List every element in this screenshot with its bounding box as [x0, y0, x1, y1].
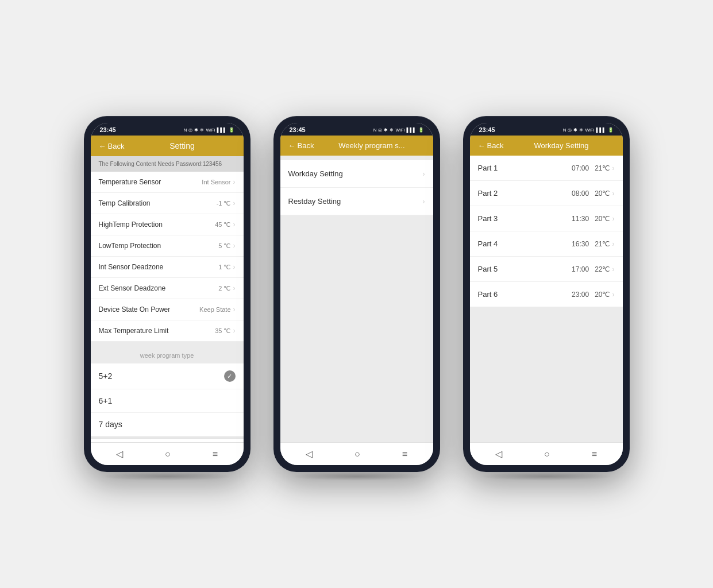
- week-option-label: 7 days: [99, 420, 122, 429]
- home-nav-icon-3[interactable]: ○: [538, 448, 556, 461]
- settings-item-value: 2 ℃ ›: [218, 284, 235, 292]
- settings-item-label: Temp Calibration: [99, 199, 151, 207]
- part-item[interactable]: Part 6 23:00 20℃ ›: [470, 282, 623, 307]
- top-bar-title-1: Setting: [129, 141, 235, 150]
- part-item[interactable]: Part 5 17:00 22℃ ›: [470, 257, 623, 282]
- back-button-1[interactable]: ← Back: [99, 142, 125, 150]
- part-item[interactable]: Part 3 11:30 20℃ ›: [470, 206, 623, 231]
- phone-2-screen: 23:45 N ◎ ✱ ❄ WiFi ▌▌▌ 🔋 ← Back Weekly p…: [280, 123, 433, 465]
- status-icons-2: N ◎ ✱ ❄ WiFi ▌▌▌ 🔋: [373, 127, 424, 133]
- chevron-right-icon: ›: [612, 240, 615, 248]
- settings-item-label: Max Temperature Limit: [99, 327, 169, 335]
- week-option[interactable]: 5+2 ✓: [91, 363, 244, 389]
- home-nav-icon-2[interactable]: ○: [349, 448, 366, 461]
- nav-bar-2: ◁ ○ ≡: [280, 442, 433, 465]
- week-option[interactable]: 6+1: [91, 389, 244, 413]
- status-bar-2: 23:45 N ◎ ✱ ❄ WiFi ▌▌▌ 🔋: [280, 123, 433, 136]
- settings-item[interactable]: Max Temperature Limit 35 ℃ ›: [91, 320, 244, 342]
- settings-item-value: -1 ℃ ›: [217, 199, 236, 207]
- week-option-label: 5+2: [99, 372, 113, 381]
- phone-2: 23:45 N ◎ ✱ ❄ WiFi ▌▌▌ 🔋 ← Back Weekly p…: [273, 116, 440, 472]
- settings-item-label: Device State On Power: [99, 305, 171, 314]
- part-value: 08:00 20℃ ›: [572, 189, 614, 198]
- part-item[interactable]: Part 2 08:00 20℃ ›: [470, 181, 623, 206]
- part-item[interactable]: Part 4 16:30 21℃ ›: [470, 231, 623, 257]
- menu-item-label: Workday Setting: [288, 169, 343, 178]
- menu-item-label: Restday Setting: [288, 197, 341, 206]
- settings-item-label: Temperature Sensor: [99, 178, 161, 186]
- back-nav-icon-3[interactable]: ◁: [490, 447, 508, 461]
- settings-item[interactable]: LowTemp Protection 5 ℃ ›: [91, 235, 244, 257]
- status-icons-1: N ◎ ✱ ❄ WiFi ▌▌▌ 🔋: [184, 127, 234, 133]
- part-label: Part 5: [478, 265, 498, 273]
- nav-bar-1: ◁ ○ ≡: [91, 442, 244, 465]
- status-time-1: 23:45: [100, 126, 116, 133]
- password-notice: The Following Content Needs Password:123…: [91, 156, 244, 172]
- settings-item-value: Int Sensor ›: [202, 178, 235, 186]
- settings-item[interactable]: Temperature Sensor Int Sensor ›: [91, 172, 244, 193]
- chevron-right-icon: ›: [612, 189, 615, 198]
- phones-container: 23:45 N ◎ ✱ ❄ WiFi ▌▌▌ 🔋 ← Back Setting: [84, 116, 630, 472]
- menu-nav-icon-1[interactable]: ≡: [207, 448, 223, 461]
- part-label: Part 1: [478, 164, 498, 172]
- part-value: 17:00 22℃ ›: [572, 265, 614, 273]
- gotowe-button[interactable]: Gotowe: [91, 438, 244, 442]
- settings-item-value: Keep State ›: [199, 305, 235, 314]
- nav-bar-3: ◁ ○ ≡: [470, 442, 623, 465]
- settings-item[interactable]: Ext Sensor Deadzone 2 ℃ ›: [91, 278, 244, 299]
- menu-nav-icon-2[interactable]: ≡: [396, 448, 413, 461]
- menu-item[interactable]: Workday Setting ›: [280, 160, 433, 188]
- settings-item-value: 1 ℃ ›: [218, 263, 235, 271]
- top-bar-1: ← Back Setting: [91, 136, 244, 156]
- top-bar-title-2: Weekly program s...: [318, 141, 425, 150]
- back-button-3[interactable]: ← Back: [478, 141, 504, 150]
- chevron-right-icon: ›: [612, 291, 615, 299]
- part-value: 16:30 21℃ ›: [572, 240, 614, 248]
- status-time-3: 23:45: [479, 126, 495, 133]
- menu-nav-icon-3[interactable]: ≡: [586, 448, 603, 461]
- settings-item[interactable]: Temp Calibration -1 ℃ ›: [91, 193, 244, 214]
- settings-item-label: HighTemp Protection: [99, 220, 163, 229]
- part-value: 11:30 20℃ ›: [572, 215, 614, 223]
- screen-content-3: Part 1 07:00 21℃ › Part 2 08:00 20℃ › Pa…: [470, 156, 623, 442]
- part-value: 07:00 21℃ ›: [572, 164, 614, 172]
- week-options: 5+2 ✓ 6+1 7 days: [91, 363, 244, 436]
- back-button-2[interactable]: ← Back: [288, 141, 314, 150]
- phone-1: 23:45 N ◎ ✱ ❄ WiFi ▌▌▌ 🔋 ← Back Setting: [84, 116, 250, 472]
- settings-item[interactable]: HighTemp Protection 45 ℃ ›: [91, 214, 244, 235]
- top-bar-3: ← Back Workday Setting: [470, 136, 623, 156]
- check-icon: ✓: [224, 370, 236, 382]
- settings-item-label: Int Sensor Deadzone: [99, 263, 164, 271]
- settings-item-value: 5 ℃ ›: [218, 242, 235, 250]
- chevron-right-icon: ›: [612, 215, 615, 223]
- settings-item-value: 35 ℃ ›: [215, 327, 235, 335]
- status-time-2: 23:45: [290, 126, 306, 133]
- screen-content-1: The Following Content Needs Password:123…: [91, 156, 244, 442]
- part-item[interactable]: Part 1 07:00 21℃ ›: [470, 156, 623, 181]
- menu-list: Workday Setting › Restday Setting ›: [280, 160, 433, 215]
- part-label: Part 4: [478, 239, 498, 248]
- back-nav-icon-1[interactable]: ◁: [110, 447, 129, 461]
- week-program-label: week program type: [91, 347, 244, 363]
- phone-3: 23:45 N ◎ ✱ ❄ WiFi ▌▌▌ 🔋 ← Back Workday …: [463, 116, 630, 472]
- part-value: 23:00 20℃ ›: [572, 291, 614, 299]
- settings-item[interactable]: Int Sensor Deadzone 1 ℃ ›: [91, 257, 244, 278]
- back-nav-icon-2[interactable]: ◁: [300, 447, 318, 461]
- part-label: Part 2: [478, 189, 498, 198]
- chevron-right-icon: ›: [612, 265, 615, 273]
- week-program-section: week program type 5+2 ✓ 6+1 7 days Gotow…: [91, 347, 244, 442]
- top-bar-title-3: Workday Setting: [508, 141, 614, 150]
- menu-item[interactable]: Restday Setting ›: [280, 188, 433, 215]
- status-icons-3: N ◎ ✱ ❄ WiFi ▌▌▌ 🔋: [563, 127, 614, 133]
- settings-list: Temperature Sensor Int Sensor › Temp Cal…: [91, 172, 244, 342]
- settings-item-label: LowTemp Protection: [99, 242, 161, 250]
- home-nav-icon-1[interactable]: ○: [159, 448, 176, 461]
- part-label: Part 3: [478, 214, 498, 223]
- week-option[interactable]: 7 days: [91, 413, 244, 436]
- phone-3-screen: 23:45 N ◎ ✱ ❄ WiFi ▌▌▌ 🔋 ← Back Workday …: [470, 123, 623, 465]
- chevron-right-icon: ›: [423, 198, 425, 206]
- settings-item-value: 45 ℃ ›: [215, 220, 235, 229]
- settings-item[interactable]: Device State On Power Keep State ›: [91, 299, 244, 320]
- phone-1-screen: 23:45 N ◎ ✱ ❄ WiFi ▌▌▌ 🔋 ← Back Setting: [91, 123, 244, 465]
- screen-content-2: Workday Setting › Restday Setting ›: [280, 156, 433, 442]
